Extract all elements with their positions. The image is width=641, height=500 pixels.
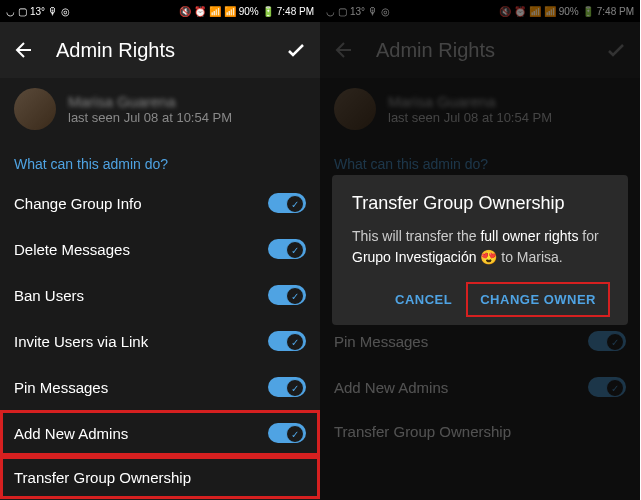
back-arrow-icon[interactable] [12, 38, 36, 62]
change-owner-button[interactable]: CHANGE OWNER [468, 284, 608, 315]
perm-add-admins[interactable]: Add New Admins [0, 410, 320, 456]
phone-right: ◡ ▢ 13° 🎙 ◎ 🔇 ⏰ 📶 📶 90% 🔋 7:48 PM Admin … [320, 0, 640, 500]
user-name: Marisa Guarena [68, 93, 232, 110]
toggle-on-icon[interactable] [268, 423, 306, 443]
toggle-on-icon[interactable] [268, 239, 306, 259]
perm-label: Delete Messages [14, 241, 130, 258]
status-temp: 13° [30, 6, 45, 17]
phone-left: ◡ ▢ 13° 🎙 ◎ 🔇 ⏰ 📶 📶 90% 🔋 7:48 PM Admin … [0, 0, 320, 500]
perm-transfer-ownership[interactable]: Transfer Group Ownership [0, 456, 320, 499]
status-bar: ◡ ▢ 13° 🎙 ◎ 🔇 ⏰ 📶 📶 90% 🔋 7:48 PM [0, 0, 320, 22]
dialog-title: Transfer Group Ownership [352, 193, 608, 214]
avatar [14, 88, 56, 130]
app-header: Admin Rights [0, 22, 320, 78]
cancel-button[interactable]: CANCEL [383, 284, 464, 315]
dialog-body: This will transfer the full owner rights… [352, 226, 608, 268]
status-icon: 🎙 [48, 6, 58, 17]
modal-overlay[interactable]: Transfer Group Ownership This will trans… [320, 0, 640, 500]
status-icon: ◎ [61, 6, 70, 17]
section-title: What can this admin do? [0, 140, 320, 180]
perm-pin-messages[interactable]: Pin Messages [0, 364, 320, 410]
alarm-icon: ⏰ [194, 6, 206, 17]
perm-delete-messages[interactable]: Delete Messages [0, 226, 320, 272]
toggle-on-icon[interactable] [268, 377, 306, 397]
battery-pct: 90% [239, 6, 259, 17]
transfer-dialog: Transfer Group Ownership This will trans… [332, 175, 628, 325]
mute-icon: 🔇 [179, 6, 191, 17]
clock: 7:48 PM [277, 6, 314, 17]
perm-change-info[interactable]: Change Group Info [0, 180, 320, 226]
perm-ban-users[interactable]: Ban Users [0, 272, 320, 318]
signal-icon: 📶 [209, 6, 221, 17]
page-title: Admin Rights [56, 39, 264, 62]
user-status: last seen Jul 08 at 10:54 PM [68, 110, 232, 125]
status-icon: ◡ [6, 6, 15, 17]
confirm-check-icon[interactable] [284, 38, 308, 62]
toggle-on-icon[interactable] [268, 193, 306, 213]
toggle-on-icon[interactable] [268, 285, 306, 305]
perm-label: Pin Messages [14, 379, 108, 396]
perm-label: Ban Users [14, 287, 84, 304]
perm-label: Change Group Info [14, 195, 142, 212]
user-row[interactable]: Marisa Guarena last seen Jul 08 at 10:54… [0, 78, 320, 140]
perm-label: Transfer Group Ownership [14, 469, 191, 486]
perm-label: Add New Admins [14, 425, 128, 442]
toggle-on-icon[interactable] [268, 331, 306, 351]
battery-icon: 🔋 [262, 6, 274, 17]
perm-invite-link[interactable]: Invite Users via Link [0, 318, 320, 364]
signal-icon: 📶 [224, 6, 236, 17]
perm-label: Invite Users via Link [14, 333, 148, 350]
status-icon: ▢ [18, 6, 27, 17]
